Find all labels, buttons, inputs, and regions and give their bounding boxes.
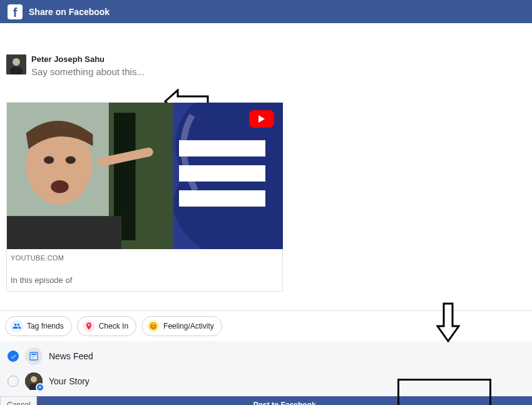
svg-point-14 xyxy=(154,325,155,326)
author-name: Peter Joseph Sahu xyxy=(31,54,219,64)
annotation-arrow-down-icon xyxy=(436,302,460,344)
tag-friends-pill[interactable]: Tag friends xyxy=(5,316,72,336)
redacted-text-bar xyxy=(179,140,265,156)
destination-your-story[interactable]: + Your Story xyxy=(0,369,532,394)
post-to-facebook-button[interactable]: Post to Facebook xyxy=(37,396,532,405)
svg-point-1 xyxy=(13,58,20,66)
svg-point-9 xyxy=(51,180,68,193)
svg-point-20 xyxy=(31,376,37,382)
dialog-header: f Share on Facebook xyxy=(0,0,532,23)
svg-rect-2 xyxy=(10,67,23,74)
preview-meta: YOUTUBE.COM In this episode of xyxy=(7,249,282,291)
svg-point-12 xyxy=(149,322,157,330)
radio-unchecked-icon xyxy=(8,376,19,387)
svg-rect-10 xyxy=(7,216,121,249)
news-feed-icon xyxy=(25,347,43,365)
check-in-pill[interactable]: Check In xyxy=(77,316,136,336)
location-pin-icon xyxy=(83,320,95,332)
composer: Peter Joseph Sahu xyxy=(0,23,532,298)
dialog-title: Share on Facebook xyxy=(29,7,110,17)
svg-rect-17 xyxy=(31,356,36,356)
link-preview-card[interactable]: YOUTUBE.COM In this episode of xyxy=(6,102,283,292)
youtube-play-icon xyxy=(249,110,274,128)
preview-title-redacted xyxy=(11,264,155,273)
preview-description: In this episode of xyxy=(11,275,279,285)
avatar xyxy=(6,54,26,74)
post-text-input[interactable] xyxy=(31,66,219,77)
check-in-label: Check In xyxy=(99,322,128,331)
composer-footer: Tag friends Check In Feeling/Activity xyxy=(0,310,532,405)
radio-checked-icon xyxy=(8,351,19,362)
cancel-button[interactable]: Cancel xyxy=(0,396,37,405)
destination-label: News Feed xyxy=(49,351,93,361)
facebook-logo-icon: f xyxy=(8,4,23,19)
story-avatar-icon: + xyxy=(25,372,43,390)
destination-list: News Feed + Your Story xyxy=(0,341,532,396)
svg-point-7 xyxy=(44,156,54,163)
svg-rect-18 xyxy=(31,357,34,358)
preview-thumbnail xyxy=(7,103,283,249)
svg-rect-16 xyxy=(31,354,36,355)
preview-domain: YOUTUBE.COM xyxy=(11,254,279,262)
feeling-face-icon xyxy=(147,320,160,332)
tag-friends-icon xyxy=(11,320,23,332)
svg-point-8 xyxy=(66,156,76,163)
feeling-activity-pill[interactable]: Feeling/Activity xyxy=(141,316,222,336)
action-row: Cancel Post to Facebook xyxy=(0,396,532,405)
plus-badge-icon: + xyxy=(36,383,44,392)
author-row: Peter Joseph Sahu xyxy=(6,54,526,77)
svg-point-13 xyxy=(151,325,153,326)
redacted-text-bar xyxy=(179,165,265,182)
tag-friends-label: Tag friends xyxy=(27,322,64,331)
destination-news-feed[interactable]: News Feed xyxy=(0,344,532,369)
destination-label: Your Story xyxy=(49,376,90,386)
feeling-activity-label: Feeling/Activity xyxy=(163,322,214,331)
redacted-text-bar xyxy=(179,190,265,207)
